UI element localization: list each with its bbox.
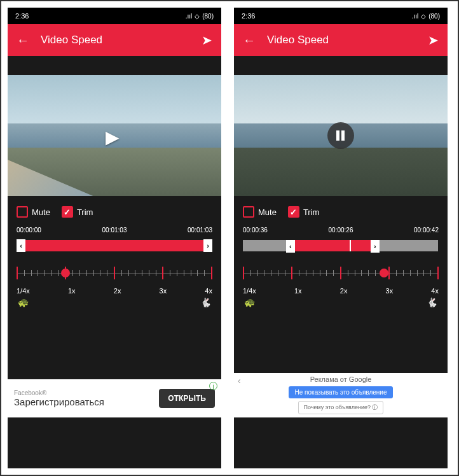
turtle-icon: 🐢 bbox=[244, 297, 255, 307]
ad-title: Реклама от Google bbox=[236, 375, 445, 383]
time-end: 00:01:03 bbox=[188, 227, 212, 234]
turtle-icon: 🐢 bbox=[18, 297, 29, 307]
send-button[interactable]: ➤ bbox=[202, 32, 212, 48]
speed-slider[interactable] bbox=[17, 264, 212, 282]
app-bar: ← Video Speed ➤ bbox=[234, 24, 448, 56]
time-indicators: 00:00:36 00:00:26 00:00:42 bbox=[243, 227, 439, 234]
video-preview[interactable]: ▶ bbox=[8, 75, 221, 196]
bottom-space bbox=[8, 417, 221, 468]
bottom-space bbox=[234, 417, 448, 468]
checkbox-icon bbox=[243, 206, 254, 218]
app-bar: ← Video Speed ➤ bbox=[8, 24, 221, 56]
signal-icon: .ııl bbox=[412, 13, 419, 20]
speed-slider[interactable] bbox=[243, 264, 439, 282]
status-time: 2:36 bbox=[15, 12, 186, 20]
speed-labels: 1/4x 1x 2x 3x 4x bbox=[17, 287, 212, 295]
ad-open-button[interactable]: ОТКРЫТЬ bbox=[159, 389, 215, 408]
signal-icon: .ııl bbox=[186, 13, 193, 20]
ad-banner[interactable]: i Facebook® Зарегистрироваться ОТКРЫТЬ bbox=[8, 379, 221, 417]
ad-close-icon[interactable]: ‹ bbox=[238, 375, 241, 386]
battery-icon: (80) bbox=[202, 13, 214, 20]
checkbox-icon bbox=[17, 206, 28, 218]
video-preview[interactable] bbox=[234, 75, 448, 196]
ad-text: Зарегистрироваться bbox=[14, 396, 159, 407]
mute-checkbox[interactable]: Mute bbox=[17, 206, 50, 218]
ad-why-button[interactable]: Почему это объявление? ⓘ bbox=[298, 401, 384, 414]
speed-knob[interactable] bbox=[380, 269, 388, 277]
time-start: 00:00:36 bbox=[243, 227, 268, 234]
time-end: 00:00:42 bbox=[414, 227, 439, 234]
status-bar: 2:36 .ııl ◇ (80) bbox=[234, 8, 448, 24]
time-indicators: 00:00:00 00:01:03 00:01:03 bbox=[17, 227, 212, 234]
back-button[interactable]: ← bbox=[243, 33, 256, 48]
speed-knob[interactable] bbox=[61, 269, 70, 277]
checkbox-icon bbox=[288, 206, 299, 218]
speed-labels: 1/4x 1x 2x 3x 4x bbox=[243, 287, 439, 295]
play-button[interactable]: ▶ bbox=[106, 127, 123, 144]
pause-button[interactable] bbox=[327, 122, 354, 149]
wifi-icon: ◇ bbox=[195, 13, 200, 20]
status-time: 2:36 bbox=[242, 12, 412, 20]
mute-label: Mute bbox=[258, 207, 277, 217]
rabbit-icon: 🐇 bbox=[427, 297, 437, 307]
back-button[interactable]: ← bbox=[17, 33, 29, 48]
trim-slider[interactable]: ‹ › bbox=[17, 239, 212, 253]
time-start: 00:00:00 bbox=[17, 227, 41, 234]
trim-handle-right[interactable]: › bbox=[203, 239, 212, 252]
status-icons: .ııl ◇ (80) bbox=[412, 13, 440, 20]
ad-skip-button[interactable]: Не показывать это объявление bbox=[289, 386, 394, 398]
ad-banner[interactable]: ‹ Реклама от Google Не показывать это об… bbox=[234, 373, 448, 417]
controls-panel: Mute Trim 00:00:36 00:00:26 00:00:42 ‹ bbox=[234, 196, 448, 312]
ad-brand: Facebook® bbox=[14, 389, 159, 396]
wifi-icon: ◇ bbox=[421, 13, 426, 20]
status-icons: .ııl ◇ (80) bbox=[186, 13, 214, 20]
trim-checkbox[interactable]: Trim bbox=[62, 206, 93, 218]
status-bar: 2:36 .ııl ◇ (80) bbox=[8, 8, 221, 24]
speed-icons: 🐢 🐇 bbox=[243, 297, 439, 307]
controls-panel: Mute Trim 00:00:00 00:01:03 00:01:03 ‹ › bbox=[8, 196, 221, 312]
app-title: Video Speed bbox=[41, 34, 190, 46]
phone-right: 2:36 .ııl ◇ (80) ← Video Speed ➤ bbox=[234, 8, 448, 468]
rabbit-icon: 🐇 bbox=[200, 297, 211, 307]
app-title: Video Speed bbox=[267, 34, 416, 46]
ad-info-icon[interactable]: i bbox=[209, 382, 217, 390]
trim-label: Trim bbox=[303, 207, 320, 217]
trim-slider[interactable]: ‹ › bbox=[243, 239, 439, 253]
mute-label: Mute bbox=[32, 207, 50, 217]
trim-handle-left[interactable]: ‹ bbox=[17, 239, 25, 252]
mute-checkbox[interactable]: Mute bbox=[243, 206, 277, 218]
send-button[interactable]: ➤ bbox=[428, 32, 439, 48]
battery-icon: (80) bbox=[428, 13, 440, 20]
phone-left: 2:36 .ııl ◇ (80) ← Video Speed ➤ ▶ bbox=[8, 8, 221, 468]
trim-label: Trim bbox=[77, 207, 93, 217]
checkbox-icon bbox=[62, 206, 73, 218]
pause-icon bbox=[336, 130, 345, 141]
trim-checkbox[interactable]: Trim bbox=[288, 206, 320, 218]
trim-handle-left[interactable]: ‹ bbox=[286, 240, 295, 253]
trim-handle-right[interactable]: › bbox=[371, 240, 380, 253]
speed-icons: 🐢 🐇 bbox=[17, 297, 212, 307]
time-current: 00:00:26 bbox=[329, 227, 353, 234]
time-current: 00:01:03 bbox=[102, 227, 127, 234]
